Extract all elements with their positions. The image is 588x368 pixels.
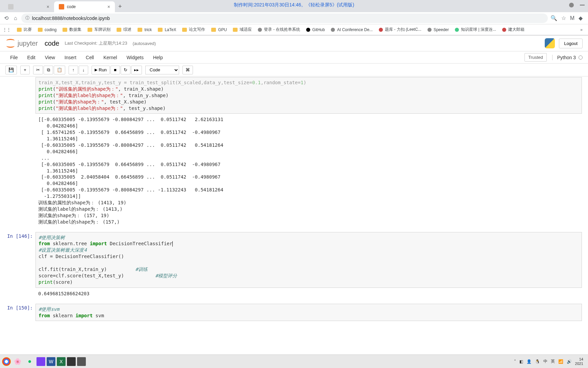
- extension-icon[interactable]: ◆: [579, 15, 583, 21]
- logout-button[interactable]: Logout: [559, 39, 583, 48]
- tray-icon[interactable]: 🐧: [535, 359, 540, 364]
- bookmark-item[interactable]: GitHub: [306, 27, 325, 32]
- add-cell-button[interactable]: +: [20, 66, 30, 74]
- move-up-button[interactable]: ↑: [69, 66, 78, 74]
- menu-edit[interactable]: Edit: [23, 52, 40, 63]
- tray-chevron-icon[interactable]: ˄: [514, 359, 516, 364]
- jupyter-logo[interactable]: jupyter: [5, 38, 38, 48]
- save-button[interactable]: 💾: [5, 66, 17, 74]
- tab-strip: × code × + 制作时间:2021年03月30日14:46。《轻松录屏5》…: [0, 0, 588, 12]
- bookmark-item[interactable]: 知识星球 | 深度连...: [455, 27, 496, 32]
- bookmark-star-icon[interactable]: ☆: [561, 15, 566, 21]
- menu-kernel[interactable]: Kernel: [99, 52, 122, 63]
- tray-icon[interactable]: ◧: [519, 359, 523, 364]
- menu-insert[interactable]: Insert: [60, 52, 81, 63]
- browser-tab-blank[interactable]: ×: [3, 1, 54, 12]
- volume-icon[interactable]: 🔊: [567, 359, 572, 364]
- jupyter-logo-text: jupyter: [18, 40, 38, 47]
- bookmark-item[interactable]: 题库 - 力扣 (LeetC...: [379, 27, 421, 32]
- bookmark-item[interactable]: LaTeX: [158, 27, 176, 32]
- apps-icon[interactable]: ⋮⋮: [3, 27, 11, 32]
- bookmark-item[interactable]: 建大郎箱: [502, 27, 524, 32]
- excel-icon[interactable]: X: [57, 357, 66, 366]
- code-input[interactable]: #使用svm from sklearn import svm: [35, 304, 582, 321]
- paste-button[interactable]: 📋: [54, 66, 65, 74]
- reload-icon[interactable]: ⟲: [3, 14, 10, 23]
- cell-output: [[-0.60335005 -0.13955679 -0.80084297 ..…: [35, 114, 582, 227]
- account-icon[interactable]: [569, 3, 574, 7]
- bookmark-item[interactable]: 比赛: [17, 27, 32, 32]
- bookmark-item[interactable]: 车牌识别: [88, 27, 111, 32]
- tray-icon[interactable]: 👤: [526, 359, 532, 364]
- command-palette-button[interactable]: ⌘: [182, 66, 193, 74]
- wechat-icon[interactable]: ●: [24, 356, 35, 367]
- new-tab-button[interactable]: +: [115, 1, 125, 12]
- browser-tab-code[interactable]: code ×: [54, 1, 115, 12]
- bookmark-item[interactable]: trick: [138, 27, 152, 32]
- cell-prompt: In [146]:: [0, 232, 35, 288]
- vscode-icon[interactable]: [36, 357, 45, 366]
- folder-icon: [17, 28, 22, 32]
- notebook-title[interactable]: code: [45, 40, 59, 47]
- cell-prompt: [0, 77, 35, 114]
- app-icon[interactable]: 🌸: [12, 356, 23, 367]
- clock[interactable]: 14 2021: [575, 357, 583, 365]
- interrupt-button[interactable]: ■: [111, 66, 120, 74]
- move-down-button[interactable]: ↓: [79, 66, 88, 74]
- bookmark-item[interactable]: AI Conference De...: [331, 27, 372, 32]
- folder-icon: [138, 28, 142, 32]
- bookmark-item[interactable]: 数据集: [63, 27, 81, 32]
- code-input[interactable]: #使用决策树 from sklearn.tree import Decision…: [35, 232, 582, 288]
- jupyter-header: jupyter code Last Checkpoint: 上星期六14:23 …: [0, 36, 588, 51]
- bookmark-overflow-icon[interactable]: »: [580, 27, 585, 32]
- ime-icon[interactable]: 英: [551, 359, 555, 364]
- gmail-icon[interactable]: M: [570, 15, 574, 21]
- copy-button[interactable]: ⧉: [44, 66, 53, 74]
- menu-view[interactable]: View: [40, 52, 60, 63]
- notebook-area[interactable]: train_X,test_X,train_y,test_y = train_te…: [0, 76, 588, 354]
- folder-icon: [63, 28, 67, 32]
- tab-title: code: [67, 4, 76, 9]
- folder-icon: [88, 28, 92, 32]
- app-icon[interactable]: [77, 357, 86, 366]
- url-input[interactable]: ⓘ localhost:8888/notebooks/code.ipynb: [21, 14, 548, 23]
- restart-button[interactable]: ↻: [121, 66, 130, 74]
- bookmark-item[interactable]: 域适应: [233, 27, 252, 32]
- network-icon[interactable]: 📶: [558, 359, 563, 364]
- restart-run-all-button[interactable]: ▸▸: [131, 66, 142, 74]
- word-icon[interactable]: W: [47, 357, 55, 366]
- page-icon: [258, 28, 262, 32]
- cut-button[interactable]: ✂: [33, 66, 43, 74]
- home-icon[interactable]: ⌂: [13, 14, 19, 23]
- menu-help[interactable]: Help: [148, 52, 168, 63]
- menu-widgets[interactable]: Widgets: [122, 52, 148, 63]
- menu-cell[interactable]: Cell: [81, 52, 99, 63]
- windows-taskbar: 🌸 ● W X ˄ ◧ 👤 🐧 中 英 📶 🔊 14 2021: [0, 354, 588, 368]
- ime-icon[interactable]: 中: [543, 359, 547, 364]
- bookmark-item[interactable]: GPU: [211, 27, 227, 32]
- code-input[interactable]: train_X,test_X,train_y,test_y = train_te…: [35, 77, 582, 114]
- minimize-icon[interactable]: [580, 3, 585, 5]
- output-prompt: [0, 114, 35, 227]
- run-button[interactable]: ▶Run: [92, 66, 110, 74]
- chrome-icon[interactable]: [2, 357, 11, 366]
- kernel-indicator[interactable]: Python 3: [552, 55, 583, 60]
- zoom-icon[interactable]: 🔍: [550, 15, 557, 21]
- watermark-text: 制作时间:2021年03月30日14:46。《轻松录屏5》(试用版): [234, 2, 354, 8]
- bookmark-item[interactable]: 论文写作: [182, 27, 205, 32]
- url-text: localhost:8888/notebooks/code.ipynb: [32, 16, 110, 21]
- cell-type-select[interactable]: Code: [145, 66, 179, 74]
- close-icon[interactable]: ×: [107, 4, 110, 9]
- terminal-icon[interactable]: [67, 357, 76, 366]
- autosaved-text: (autosaved): [132, 41, 156, 46]
- close-icon[interactable]: ×: [47, 4, 49, 9]
- bookmark-item[interactable]: Speeder: [427, 27, 449, 32]
- bookmark-item[interactable]: 综述: [117, 27, 131, 32]
- menu-file[interactable]: File: [5, 52, 23, 63]
- bookmark-item[interactable]: 登录 - 在线抢单系统: [258, 27, 300, 32]
- bookmark-item[interactable]: coding: [38, 27, 56, 32]
- info-icon[interactable]: ⓘ: [25, 15, 29, 21]
- trusted-badge[interactable]: Trusted: [524, 53, 547, 62]
- tab-favicon: [59, 4, 64, 9]
- code-cell: train_X,test_X,train_y,test_y = train_te…: [0, 77, 588, 114]
